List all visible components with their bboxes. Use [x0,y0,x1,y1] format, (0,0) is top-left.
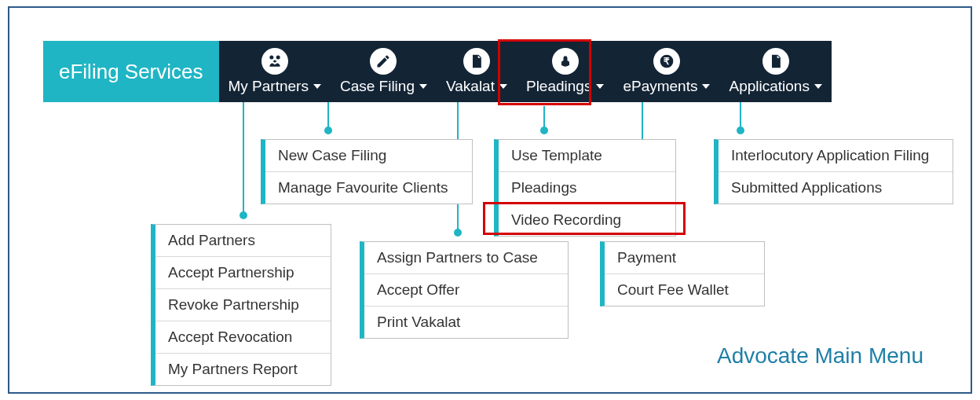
caret-down-icon [814,84,822,89]
caret-down-icon [419,84,427,89]
nav-case-filing[interactable]: Case Filing [331,41,437,102]
nav-label: Vakalat [446,78,495,95]
rupee-icon: ₹ [653,48,680,75]
nav-label: ePayments [623,78,697,95]
svg-text:₹: ₹ [664,56,670,66]
hands-icon [552,48,579,75]
menu-item[interactable]: New Case Filing [265,140,472,172]
brand-label: eFiling Services [43,41,219,102]
outer-frame: eFiling Services My Partners Case Filing [8,6,972,394]
menu-item[interactable]: Accept Offer [364,274,568,306]
menu-item[interactable]: Manage Favourite Clients [265,172,472,204]
nav-vakalat[interactable]: Vakalat [437,41,517,102]
menu-item[interactable]: Accept Revocation [155,321,331,354]
menu-item[interactable]: Use Template [499,140,675,172]
menu-item[interactable]: Interlocutory Application Filing [719,140,953,172]
svg-point-1 [276,56,280,60]
dropdown-applications: Interlocutory Application Filing Submitt… [714,139,953,204]
nav-label: My Partners [229,78,309,95]
nav-label: Case Filing [340,78,415,95]
dropdown-vakalat: Assign Partners to Case Accept Offer Pri… [360,241,569,339]
nav-label: Applications [729,78,809,95]
pencil-icon [370,48,397,75]
menu-item[interactable]: Court Fee Wallet [605,274,764,306]
menu-item[interactable]: Payment [605,242,764,274]
svg-point-0 [269,56,273,60]
dropdown-my-partners: Add Partners Accept Partnership Revoke P… [151,224,331,386]
dropdown-epayments: Payment Court Fee Wallet [600,241,765,306]
partners-icon [261,48,288,75]
nav-epayments[interactable]: ₹ ePayments [613,41,719,102]
connector [543,106,545,134]
menu-item[interactable]: Add Partners [155,225,331,257]
nav-pleadings[interactable]: Pleadings [517,41,613,102]
connector [327,102,329,134]
menu-item[interactable]: Video Recording [499,204,675,236]
document-icon [463,48,490,75]
dropdown-case-filing: New Case Filing Manage Favourite Clients [261,139,473,204]
menu-item[interactable]: Accept Partnership [155,257,331,289]
menu-item[interactable]: Revoke Partnership [155,289,331,321]
nav-my-partners[interactable]: My Partners [219,41,331,102]
menu-item[interactable]: My Partners Report [155,354,331,385]
nav-label: Pleadings [526,78,591,95]
menu-item[interactable]: Submitted Applications [719,172,953,204]
caret-down-icon [596,84,604,89]
navbar: eFiling Services My Partners Case Filing [43,41,832,102]
connector [243,102,244,218]
caret-down-icon [313,84,321,89]
nav-applications[interactable]: Applications [719,41,831,102]
menu-item[interactable]: Print Vakalat [364,306,568,338]
menu-item[interactable]: Assign Partners to Case [364,242,568,274]
caption: Advocate Main Menu [717,343,923,369]
menu-item[interactable]: Pleadings [499,172,675,204]
caret-down-icon [702,84,710,89]
caret-down-icon [499,84,507,89]
connector [740,102,741,134]
file-icon [762,48,789,75]
dropdown-pleadings: Use Template Pleadings Video Recording [494,139,676,237]
